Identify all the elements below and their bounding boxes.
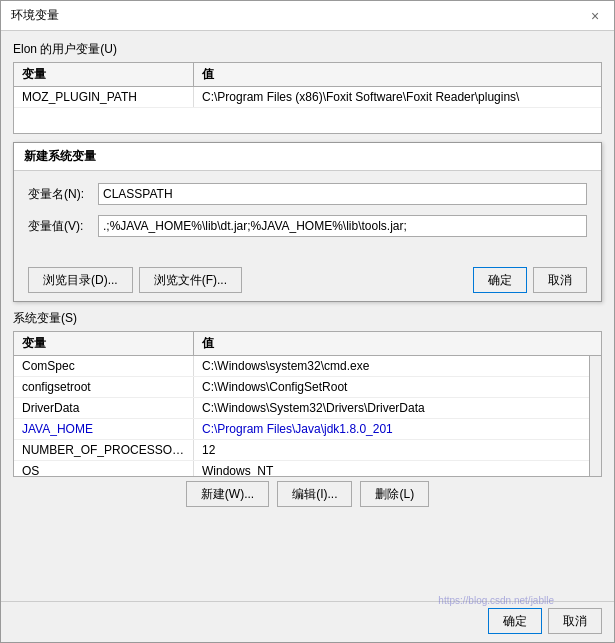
var-value-input[interactable] <box>98 215 587 237</box>
sys-col1-header: 变量 <box>14 332 194 355</box>
sub-dialog-title: 新建系统变量 <box>14 143 601 171</box>
sys-var-name: ComSpec <box>14 356 194 376</box>
bottom-buttons: https://blog.csdn.net/jablle 确定 取消 <box>1 601 614 642</box>
table-row[interactable]: JAVA_HOME C:\Program Files\Java\jdk1.8.0… <box>14 419 601 440</box>
var-value-row: 变量值(V): <box>28 215 587 237</box>
new-system-var-dialog: 新建系统变量 变量名(N): 变量值(V): 浏览目录(D)... 浏览文件(F… <box>13 142 602 302</box>
sub-dialog-buttons: 浏览目录(D)... 浏览文件(F)... 确定 取消 <box>14 259 601 301</box>
user-table-body: MOZ_PLUGIN_PATH C:\Program Files (x86)\F… <box>14 87 601 133</box>
var-name-row: 变量名(N): <box>28 183 587 205</box>
main-dialog: 环境变量 × Elon 的用户变量(U) 变量 值 MOZ_PLUGIN_PAT… <box>0 0 615 643</box>
watermark: https://blog.csdn.net/jablle <box>438 595 554 606</box>
sys-delete-button[interactable]: 删除(L) <box>360 481 429 507</box>
sys-variables-table: 变量 值 ComSpec C:\Windows\system32\cmd.exe… <box>13 331 602 477</box>
var-value-label: 变量值(V): <box>28 218 98 235</box>
sub-dialog-body: 变量名(N): 变量值(V): <box>14 171 601 259</box>
close-button[interactable]: × <box>586 7 604 25</box>
user-variables-table: 变量 值 MOZ_PLUGIN_PATH C:\Program Files (x… <box>13 62 602 134</box>
sys-var-value: C:\Program Files\Java\jdk1.8.0_201 <box>194 419 601 439</box>
browse-dir-button[interactable]: 浏览目录(D)... <box>28 267 133 293</box>
browse-file-button[interactable]: 浏览文件(F)... <box>139 267 242 293</box>
sys-table-body: ComSpec C:\Windows\system32\cmd.exe conf… <box>14 356 601 476</box>
table-row[interactable]: ComSpec C:\Windows\system32\cmd.exe <box>14 356 601 377</box>
user-col1-header: 变量 <box>14 63 194 86</box>
scrollbar[interactable] <box>589 356 601 476</box>
title-bar: 环境变量 × <box>1 1 614 31</box>
user-table-header: 变量 值 <box>14 63 601 87</box>
sub-cancel-button[interactable]: 取消 <box>533 267 587 293</box>
table-row[interactable]: NUMBER_OF_PROCESSORS 12 <box>14 440 601 461</box>
ok-button[interactable]: 确定 <box>488 608 542 634</box>
sys-section-label: 系统变量(S) <box>13 310 602 327</box>
table-row[interactable]: OS Windows_NT <box>14 461 601 476</box>
user-variables-section: Elon 的用户变量(U) 变量 值 MOZ_PLUGIN_PATH C:\Pr… <box>13 41 602 134</box>
table-row[interactable]: DriverData C:\Windows\System32\Drivers\D… <box>14 398 601 419</box>
sys-var-value: 12 <box>194 440 601 460</box>
sys-var-value: Windows_NT <box>194 461 601 476</box>
sys-var-name: DriverData <box>14 398 194 418</box>
sys-buttons: 新建(W)... 编辑(I)... 删除(L) <box>13 481 602 507</box>
sys-col2-header: 值 <box>194 332 601 355</box>
sys-var-name: JAVA_HOME <box>14 419 194 439</box>
table-row[interactable]: configsetroot C:\Windows\ConfigSetRoot <box>14 377 601 398</box>
user-var-value: C:\Program Files (x86)\Foxit Software\Fo… <box>194 87 601 107</box>
cancel-button[interactable]: 取消 <box>548 608 602 634</box>
sys-new-button[interactable]: 新建(W)... <box>186 481 269 507</box>
user-section-label: Elon 的用户变量(U) <box>13 41 602 58</box>
dialog-title: 环境变量 <box>11 7 59 24</box>
var-name-label: 变量名(N): <box>28 186 98 203</box>
sys-edit-button[interactable]: 编辑(I)... <box>277 481 352 507</box>
sys-table-header: 变量 值 <box>14 332 601 356</box>
main-content: Elon 的用户变量(U) 变量 值 MOZ_PLUGIN_PATH C:\Pr… <box>1 31 614 601</box>
table-row[interactable]: MOZ_PLUGIN_PATH C:\Program Files (x86)\F… <box>14 87 601 108</box>
var-name-input[interactable] <box>98 183 587 205</box>
sys-var-value: C:\Windows\system32\cmd.exe <box>194 356 601 376</box>
sys-var-value: C:\Windows\ConfigSetRoot <box>194 377 601 397</box>
user-var-name: MOZ_PLUGIN_PATH <box>14 87 194 107</box>
sys-var-name: NUMBER_OF_PROCESSORS <box>14 440 194 460</box>
sys-var-name: configsetroot <box>14 377 194 397</box>
sys-var-value: C:\Windows\System32\Drivers\DriverData <box>194 398 601 418</box>
sys-variables-section: 系统变量(S) 变量 值 ComSpec C:\Windows\system32… <box>13 310 602 507</box>
sub-ok-button[interactable]: 确定 <box>473 267 527 293</box>
user-col2-header: 值 <box>194 63 601 86</box>
sys-var-name: OS <box>14 461 194 476</box>
